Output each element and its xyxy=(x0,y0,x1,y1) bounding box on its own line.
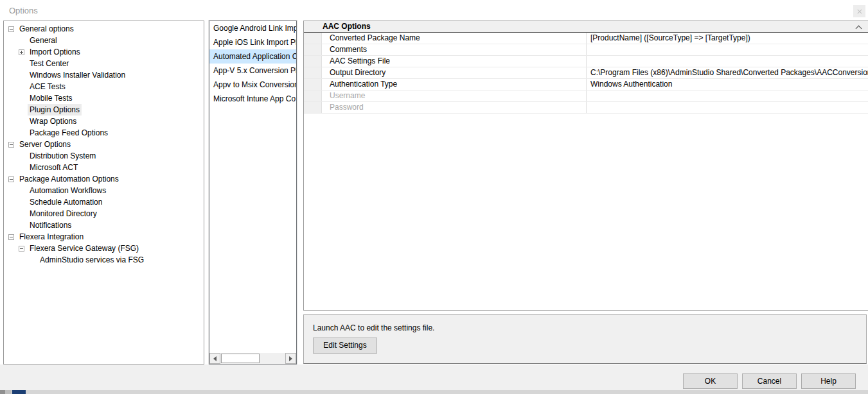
collapse-icon[interactable] xyxy=(8,176,14,182)
password-value xyxy=(587,102,868,113)
window-title: Options xyxy=(9,6,38,15)
cancel-button[interactable]: Cancel xyxy=(742,373,797,389)
tree-item-mobile-tests[interactable]: Mobile Tests xyxy=(4,92,204,104)
collapse-icon[interactable] xyxy=(8,142,14,148)
property-row-username: Username xyxy=(304,90,868,102)
username-value xyxy=(587,90,868,101)
plugin-listbox: Google Android Link Imp Apple iOS Link I… xyxy=(209,21,297,364)
tree-item-monitored-directory[interactable]: Monitored Directory xyxy=(4,208,204,219)
tree-item-test-center[interactable]: Test Center xyxy=(4,58,204,69)
collapse-icon[interactable] xyxy=(8,234,14,240)
plugin-item-microsoft-intune[interactable]: Microsoft Intune App Co xyxy=(209,92,296,106)
authentication-type-value[interactable]: Windows Authentication xyxy=(587,79,868,90)
titlebar[interactable]: Options xyxy=(0,0,868,19)
aac-options-panel: AAC Options Converted Package Name [Prod… xyxy=(303,21,868,311)
options-dialog: Options General options General Import O… xyxy=(0,0,868,394)
taskbar-block-gray2 xyxy=(5,390,12,394)
expand-icon[interactable] xyxy=(19,49,24,55)
tree-item-package-automation-options[interactable]: Package Automation Options xyxy=(4,173,204,185)
scroll-right-button[interactable] xyxy=(285,353,296,364)
taskbar-block-navy xyxy=(12,390,26,394)
plugin-item-automated-application[interactable]: Automated Application C xyxy=(209,49,296,64)
tree-item-adminstudio-services-via-fsg[interactable]: AdminStudio services via FSG xyxy=(4,254,204,266)
property-row-password: Password xyxy=(304,102,868,114)
property-row-converted-package-name: Converted Package Name [ProductName] ([S… xyxy=(304,33,868,44)
tree-item-general-options[interactable]: General options xyxy=(4,23,204,35)
tree-item-flexera-integration[interactable]: Flexera Integration xyxy=(4,231,204,243)
launch-note: Launch AAC to edit the settings file. xyxy=(313,323,434,332)
scroll-left-button[interactable] xyxy=(209,353,220,364)
ok-button[interactable]: OK xyxy=(683,373,738,389)
launch-section: Launch AAC to edit the settings file. Ed… xyxy=(303,314,867,364)
arrow-right-icon xyxy=(289,356,292,361)
property-row-authentication-type: Authentication Type Windows Authenticati… xyxy=(304,79,868,90)
tree-item-automation-workflows[interactable]: Automation Workflows xyxy=(4,185,204,196)
tree-item-ace-tests[interactable]: ACE Tests xyxy=(4,81,204,92)
help-button[interactable]: Help xyxy=(801,373,856,389)
property-row-output-directory: Output Directory C:\Program Files (x86)\… xyxy=(304,67,868,79)
tree-item-windows-installer-validation[interactable]: Windows Installer Validation xyxy=(4,69,204,81)
tree-item-general[interactable]: General xyxy=(4,35,204,46)
chevron-up-icon[interactable] xyxy=(856,25,862,30)
options-tree: General options General Import Options T… xyxy=(3,21,204,364)
tree-item-server-options[interactable]: Server Options xyxy=(4,139,204,150)
taskbar-edge xyxy=(0,390,868,394)
tree-item-schedule-automation[interactable]: Schedule Automation xyxy=(4,196,204,208)
scrollbar-thumb[interactable] xyxy=(221,354,260,363)
plugin-item-appv-to-msix[interactable]: Appv to Msix Conversion xyxy=(209,78,296,92)
property-row-aac-settings-file: AAC Settings File xyxy=(304,56,868,67)
horizontal-scrollbar[interactable] xyxy=(209,353,296,364)
plugin-item-appv-5x[interactable]: App-V 5.x Conversion Plu xyxy=(209,64,296,78)
group-title: AAC Options xyxy=(323,22,371,31)
tree-item-import-options[interactable]: Import Options xyxy=(4,46,204,58)
tree-item-notifications[interactable]: Notifications xyxy=(4,219,204,231)
tree-item-distribution-system[interactable]: Distribution System xyxy=(4,150,204,162)
taskbar-block-gray1 xyxy=(0,390,5,394)
plugin-item-google-android[interactable]: Google Android Link Imp xyxy=(209,21,296,35)
output-directory-value[interactable]: C:\Program Files (x86)\AdminStudio Share… xyxy=(587,67,868,78)
close-button[interactable] xyxy=(853,5,865,17)
aac-settings-file-value[interactable] xyxy=(587,56,868,67)
group-header[interactable]: AAC Options xyxy=(304,21,868,33)
tree-item-wrap-options[interactable]: Wrap Options xyxy=(4,116,204,127)
converted-package-name-value[interactable]: [ProductName] ([SourceType] => [TargetTy… xyxy=(587,33,868,44)
close-icon xyxy=(856,8,862,14)
collapse-icon[interactable] xyxy=(19,246,24,252)
tree-item-microsoft-act[interactable]: Microsoft ACT xyxy=(4,162,204,173)
tree-item-package-feed-options[interactable]: Package Feed Options xyxy=(4,127,204,139)
tree-item-flexera-service-gateway[interactable]: Flexera Service Gateway (FSG) xyxy=(4,243,204,254)
collapse-icon[interactable] xyxy=(8,26,14,32)
plugin-item-apple-ios[interactable]: Apple iOS Link Import Plu xyxy=(209,35,296,49)
edit-settings-button[interactable]: Edit Settings xyxy=(313,338,377,354)
dialog-button-bar: OK Cancel Help xyxy=(0,364,868,390)
tree-item-plugin-options[interactable]: Plugin Options xyxy=(4,104,204,116)
property-row-comments: Comments xyxy=(304,44,868,56)
comments-value[interactable] xyxy=(587,44,868,55)
arrow-left-icon xyxy=(213,356,217,361)
